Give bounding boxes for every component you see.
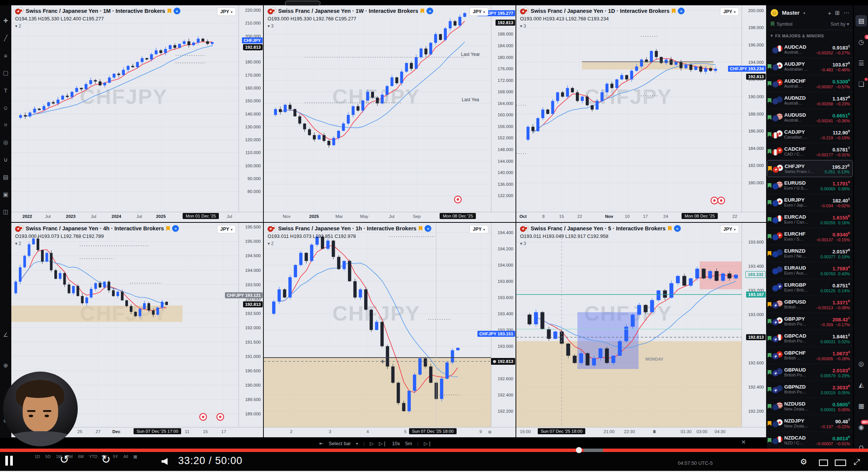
hide-tool[interactable]: ◫ <box>0 206 11 217</box>
watchlist-row-AUDCAD[interactable]: AUDCADAustrali…0.91831−0.00252−0.27% <box>767 41 853 58</box>
zoom-tool[interactable]: ⊕ <box>0 360 11 371</box>
miniplayer-icon[interactable] <box>819 460 828 466</box>
watchlist-row-CADCHF[interactable]: CADCHFCAD / C…0.57817−0.00177−0.31% <box>767 143 853 160</box>
flag-marker[interactable] <box>768 438 772 443</box>
select-bar-icon[interactable]: ⇤ <box>319 441 323 446</box>
pattern-tool[interactable]: ⌗ <box>0 119 11 131</box>
replay-rewind-icon[interactable]: « <box>174 8 180 14</box>
flag-marker[interactable] <box>768 387 772 392</box>
watchlist-menu-button[interactable]: ⋯ <box>843 9 849 16</box>
ideas-icon[interactable]: ◭ <box>856 379 867 390</box>
rewind-icon[interactable]: ↺ <box>60 453 69 466</box>
emoji-tool[interactable]: ☺ <box>0 102 11 113</box>
video-playhead[interactable] <box>576 447 582 453</box>
watchlist-row-GBPJPY[interactable]: GBPJPYBritish Po…208.421−0.359−0.17% <box>767 313 853 330</box>
currency-button[interactable]: JPY▾ <box>217 225 236 233</box>
calendar-icon[interactable]: ▦ <box>856 400 867 412</box>
flag-marker[interactable] <box>768 200 772 205</box>
add-symbol-button[interactable]: + <box>828 10 831 16</box>
flag-marker[interactable] <box>768 319 772 324</box>
currency-button[interactable]: JPY▾ <box>217 8 236 16</box>
replay-close-button[interactable]: ✕ <box>741 439 746 446</box>
lock-tool[interactable]: ▣ <box>0 189 11 200</box>
watchlist-row-GBPCHF[interactable]: GBPCHFBritish …1.06734−0.00305−0.28% <box>767 347 853 364</box>
watchlist-row-EURJPY[interactable]: EURJPYEuro / Jap…182.401−0.034−0.02% <box>767 194 853 211</box>
timeframe-5D[interactable]: 5D <box>45 454 51 459</box>
price-axis[interactable]: 200.000198.000196.000194.000192.000190.0… <box>742 5 766 212</box>
time-axis[interactable]: Oct81522Nov101724Mon 08 Dec '2522 <box>516 212 766 222</box>
chart-canvas[interactable] <box>516 5 743 213</box>
flag-marker[interactable] <box>768 404 772 409</box>
replay-rewind-icon[interactable]: « <box>674 225 681 232</box>
object-tree-toggle[interactable]: ▾ 2 <box>15 23 180 29</box>
time-axis[interactable]: 15:00Sun 07 Dec '25 18:0021:0022:30801:3… <box>516 427 766 437</box>
crosshair-tool[interactable]: ✚ <box>0 15 11 26</box>
time-axis[interactable]: 2022Jul2023Jul2024Jul2025Mon 01 Dec '25J… <box>11 212 263 222</box>
watchlist-row-EURUSD[interactable]: EURUSDEuro / U.S.…1.170190.000650.06% <box>767 177 853 194</box>
watchlist-row-CADJPY[interactable]: CADJPYCanadian …112.900−0.219−0.19% <box>767 126 853 143</box>
timeframe-All[interactable]: All <box>123 454 128 459</box>
flag-marker[interactable] <box>768 234 772 239</box>
chart-pane-1M[interactable]: CHFJPY220.000210.000200.000190.000180.00… <box>11 5 264 223</box>
price-axis[interactable]: 220.000210.000200.000190.000180.000170.0… <box>239 5 263 212</box>
flag-icon[interactable] <box>420 9 424 14</box>
object-tree-toggle[interactable]: ▾ 2 <box>268 241 431 246</box>
flag-marker[interactable] <box>768 421 772 426</box>
watchlist-panel-icon[interactable]: ▤ <box>856 15 867 26</box>
forecast-tool[interactable]: ◎ <box>0 137 11 148</box>
replay-play-button[interactable]: ▷ <box>370 441 374 446</box>
flag-marker[interactable] <box>768 98 772 103</box>
forward-icon[interactable]: ↻ <box>101 453 111 466</box>
flag-icon[interactable] <box>166 226 170 231</box>
watchlist-section[interactable]: ▾ FX MAJORS & MINORS <box>767 30 853 41</box>
replay-step-button[interactable]: ▷❘ <box>379 441 387 446</box>
flag-icon[interactable] <box>419 226 422 231</box>
watchlist-row-EURCHF[interactable]: EURCHFEuro / S…0.93406−0.00137−0.15% <box>767 228 853 245</box>
chart-canvas[interactable]: MONDAY <box>516 223 743 428</box>
flag-marker[interactable] <box>768 302 772 307</box>
flag-marker[interactable] <box>768 217 772 222</box>
flag-marker[interactable] <box>768 370 772 375</box>
replay-rewind-icon[interactable]: « <box>172 225 179 232</box>
price-axis[interactable]: 188.000184.000180.000176.000172.000168.0… <box>491 5 516 212</box>
replay-interval-button[interactable]: 5m <box>405 441 412 446</box>
date-range-icon[interactable]: ▦ <box>133 454 137 459</box>
theater-mode-icon[interactable] <box>835 460 846 466</box>
drawing-panel-tool[interactable]: ▤ <box>0 171 11 183</box>
flag-marker[interactable] <box>768 336 772 341</box>
watchlist-row-AUDNZD[interactable]: AUDNZDAustrali…1.14579−0.00268−0.23% <box>767 92 853 109</box>
watchlist-row-AUDJPY[interactable]: AUDJPYAustralian …103.675−0.483−0.46% <box>767 58 853 75</box>
currency-button[interactable]: JPY▾ <box>720 225 739 233</box>
chart-pane-5[interactable]: CHFJPYMONDAY193.600193.400193.200193.000… <box>516 223 767 438</box>
volume-icon[interactable] <box>162 458 168 465</box>
chart-canvas[interactable] <box>11 5 240 213</box>
trendline-tool[interactable]: ╱ <box>0 32 11 44</box>
watchlist-row-EURCAD[interactable]: EURCADEuro / Can…1.615580.002550.16% <box>767 211 853 228</box>
watchlist-row-GBPAUD[interactable]: GBPAUDBritish Po…2.010300.005790.29% <box>767 364 853 381</box>
timeframe-6M[interactable]: 6M <box>78 454 84 459</box>
chart-pane-1h[interactable]: CHFJPY✚194.400194.200194.000193.800193.6… <box>264 223 516 438</box>
settings-gear-icon[interactable]: ⚙ <box>800 457 807 466</box>
chart-title[interactable]: Swiss Franc / Japanese Yen · 5 · Interac… <box>531 225 666 231</box>
flag-marker[interactable] <box>768 132 772 137</box>
currency-button[interactable]: JPY▾ <box>720 8 739 16</box>
timeframe-YTD[interactable]: YTD <box>89 454 97 459</box>
fullscreen-icon[interactable]: ⤢ <box>854 457 860 466</box>
watchlist-row-EURAUD[interactable]: EURAUDEuro / Aus…1.759340.007600.43% <box>767 262 853 279</box>
flag-marker[interactable] <box>768 183 772 188</box>
video-progress-bar[interactable] <box>0 449 868 452</box>
flag-marker[interactable] <box>768 64 772 69</box>
time-axis[interactable]: 2345Sun 07 Dec '25 18:009⊚ <box>264 427 516 437</box>
replay-rewind-icon[interactable]: « <box>425 225 431 232</box>
chart-pane-1W[interactable]: CHFJPYLast YearLast Yea188.000184.000180… <box>264 5 516 223</box>
magnet-tool[interactable]: ∪ <box>0 154 11 165</box>
watchlist-row-EURNZD[interactable]: EURNZDEuro / Ne…2.015790.003770.19% <box>767 245 853 262</box>
chart-title[interactable]: Swiss Franc / Japanese Yen · 4h · Intera… <box>26 225 164 231</box>
select-bar-button[interactable]: Select bar <box>329 441 351 446</box>
fib-tool[interactable]: ≡ <box>0 50 11 61</box>
watchlist-row-NZDCAD[interactable]: NZDCADNZD / C…0.80148−0.00007−0.01% <box>767 432 853 449</box>
replay-rewind-icon[interactable]: « <box>426 8 433 14</box>
chart-title[interactable]: Swiss Franc / Japanese Yen · 1h · Intera… <box>278 225 416 231</box>
watchlist-row-NZDUSD[interactable]: NZDUSDNew Zeala…0.580520.000010.00% <box>767 398 853 415</box>
timeframe-1D[interactable]: 1D <box>35 454 40 459</box>
